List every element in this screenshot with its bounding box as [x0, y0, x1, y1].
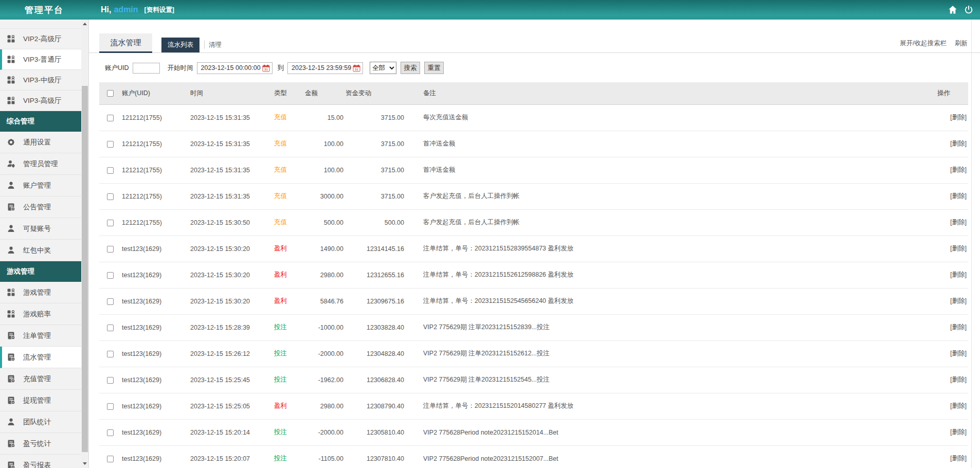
- refresh-link[interactable]: 刷新: [955, 39, 968, 48]
- cell-amount: -1105.00: [305, 445, 346, 468]
- col-header-change: 资金变动: [346, 82, 406, 104]
- delete-link[interactable]: [删除]: [950, 219, 967, 226]
- search-button[interactable]: 搜索: [401, 62, 420, 74]
- subtab-clean[interactable]: 清理: [209, 38, 222, 52]
- table-row: test123(1629)2023-12-15 15:26:12投注-2000.…: [99, 340, 968, 367]
- sidebar-item-account-management[interactable]: 账户管理: [0, 175, 81, 196]
- cell-amount: 500.00: [305, 209, 346, 236]
- profile-settings-link[interactable]: [资料设置]: [144, 6, 174, 14]
- row-checkbox[interactable]: [107, 272, 114, 279]
- cell-time: 2023-12-15 15:31:35: [190, 104, 274, 131]
- sidebar-item-game-management[interactable]: 游戏管理: [0, 282, 81, 303]
- cell-action: [删除]: [937, 393, 968, 419]
- cell-amount: 1490.00: [305, 236, 346, 262]
- sidebar-item-team-statistics[interactable]: 团队统计: [0, 411, 81, 433]
- sidebar-item-flow-management[interactable]: 流水管理: [0, 347, 81, 368]
- delete-link[interactable]: [删除]: [950, 323, 967, 331]
- cell-account: test123(1629): [115, 314, 190, 340]
- calendar-icon: 31: [353, 64, 360, 72]
- cell-change: 12314145.16: [346, 236, 406, 262]
- sidebar-item-profit-loss-report[interactable]: 盈亏报表: [0, 455, 81, 468]
- delete-link[interactable]: [删除]: [950, 455, 967, 462]
- row-checkbox[interactable]: [107, 167, 114, 174]
- row-checkbox[interactable]: [107, 403, 114, 410]
- cell-action: [删除]: [937, 131, 968, 157]
- sidebar-item-vip3-middle-hall[interactable]: VIP3-中级厅: [0, 70, 81, 91]
- table-row: test123(1629)2023-12-15 15:30:20盈利5846.7…: [99, 288, 968, 314]
- table-row: test123(1629)2023-12-15 15:30:20盈利2980.0…: [99, 262, 968, 288]
- type-select[interactable]: 全部: [370, 62, 396, 74]
- start-time-input[interactable]: 2023-12-15 00:00:00 31: [197, 62, 273, 74]
- sidebar-item-general-settings[interactable]: 通用设置: [0, 132, 81, 153]
- row-checkbox[interactable]: [107, 115, 114, 121]
- subtab-flow-list[interactable]: 流水列表: [161, 38, 199, 52]
- sidebar-item-announcement-management[interactable]: 公告管理: [0, 196, 81, 218]
- row-checkbox[interactable]: [107, 141, 114, 148]
- sidebar-item-profit-loss-statistics[interactable]: 盈亏统计: [0, 433, 81, 455]
- row-checkbox[interactable]: [107, 456, 114, 462]
- delete-link[interactable]: [删除]: [950, 376, 967, 383]
- delete-link[interactable]: [删除]: [950, 245, 967, 252]
- cell-change: 12303828.40: [346, 314, 406, 340]
- delete-link[interactable]: [删除]: [950, 402, 967, 409]
- uid-input[interactable]: [133, 63, 160, 74]
- cell-checkbox: [99, 209, 115, 236]
- cell-account: test123(1629): [115, 262, 190, 288]
- sidebar-item-bet-order-management[interactable]: 注单管理: [0, 325, 81, 347]
- select-all-checkbox[interactable]: [107, 90, 114, 97]
- cell-change: 12309675.16: [346, 288, 406, 314]
- row-checkbox[interactable]: [107, 246, 114, 253]
- row-checkbox[interactable]: [107, 325, 114, 331]
- delete-link[interactable]: [删除]: [950, 271, 967, 278]
- to-label: 到: [278, 64, 284, 73]
- cell-action: [删除]: [937, 183, 968, 209]
- sidebar-item-label: 红包中奖: [23, 246, 51, 255]
- sidebar-item-vip3-senior-hall[interactable]: VIP3-高级厅: [0, 91, 81, 111]
- cell-action: [删除]: [937, 236, 968, 262]
- delete-link[interactable]: [删除]: [950, 428, 967, 436]
- users-icon: [7, 159, 15, 168]
- sidebar-item-vip2-senior-hall[interactable]: VIP2-高级厅: [0, 29, 81, 49]
- delete-link[interactable]: [删除]: [950, 192, 967, 200]
- sidebar-item-game-odds[interactable]: 游戏赔率: [0, 303, 81, 325]
- scroll-down-icon[interactable]: [83, 462, 87, 465]
- sidebar-item-admin-management[interactable]: 管理员管理: [0, 153, 81, 175]
- table-row: test123(1629)2023-12-15 15:30:20盈利1490.0…: [99, 236, 968, 262]
- sidebar-item-vip3-normal-hall[interactable]: VIP3-普通厅: [0, 49, 81, 70]
- table-row: 121212(1755)2023-12-15 15:31:35充值100.003…: [99, 157, 968, 183]
- power-icon[interactable]: [964, 5, 973, 14]
- sidebar-item-suspicious-accounts[interactable]: 可疑账号: [0, 218, 81, 240]
- sidebar-item-recharge-management[interactable]: 充值管理: [0, 368, 81, 390]
- sidebar-item-label: 流水管理: [23, 353, 51, 362]
- delete-link[interactable]: [删除]: [950, 297, 967, 304]
- cell-type: 盈利: [274, 262, 305, 288]
- row-checkbox[interactable]: [107, 220, 114, 226]
- home-icon[interactable]: [948, 5, 957, 14]
- row-checkbox[interactable]: [107, 429, 114, 436]
- row-checkbox[interactable]: [107, 351, 114, 357]
- tab-bar: 流水管理 流水列表 清理 展开/收起搜索栏 刷新: [89, 33, 980, 53]
- sidebar-item-red-packet-winning[interactable]: 红包中奖: [0, 240, 81, 261]
- delete-link[interactable]: [删除]: [950, 114, 967, 121]
- delete-link[interactable]: [删除]: [950, 350, 967, 357]
- cell-type: 盈利: [274, 288, 305, 314]
- row-checkbox[interactable]: [107, 377, 114, 384]
- reset-button[interactable]: 重置: [424, 62, 444, 74]
- cell-amount: 100.00: [305, 131, 346, 157]
- toggle-search-bar-link[interactable]: 展开/收起搜索栏: [900, 39, 947, 48]
- start-time-label: 开始时间: [168, 64, 193, 73]
- tab-flow-management[interactable]: 流水管理: [99, 33, 152, 53]
- col-header-time: 时间: [190, 82, 274, 104]
- sidebar-item-withdraw-management[interactable]: 提现管理: [0, 390, 81, 411]
- table-row: 121212(1755)2023-12-15 15:31:35充值3000.00…: [99, 183, 968, 209]
- cell-amount: -1000.00: [305, 314, 346, 340]
- row-checkbox[interactable]: [107, 298, 114, 305]
- scrollbar-thumb[interactable]: [82, 86, 88, 452]
- scroll-up-icon[interactable]: [83, 23, 87, 25]
- end-time-input[interactable]: 2023-12-15 23:59:59 31: [287, 62, 363, 74]
- sidebar-scrollbar[interactable]: [81, 20, 89, 468]
- delete-link[interactable]: [删除]: [950, 166, 967, 173]
- row-checkbox[interactable]: [107, 193, 114, 200]
- grid-icon: [7, 96, 15, 105]
- delete-link[interactable]: [删除]: [950, 140, 967, 147]
